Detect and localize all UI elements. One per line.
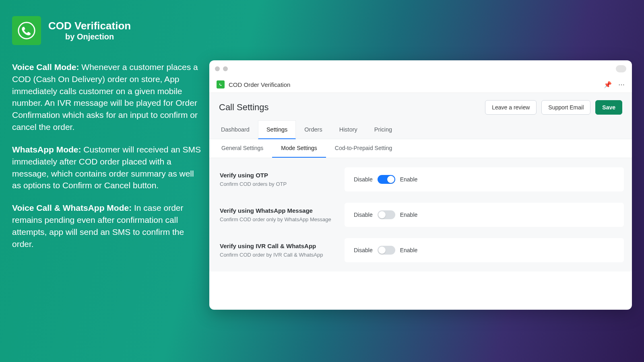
toggle-off-label: Disable (354, 212, 373, 218)
phone-app-icon (12, 16, 41, 45)
marketing-column: COD Verification by Onjection Voice Call… (12, 16, 209, 346)
save-button[interactable]: Save (595, 100, 622, 115)
pin-icon[interactable]: 📌 (604, 81, 612, 88)
setting-title: Verify using OTP (220, 172, 341, 179)
para2-bold: WhatsApp Mode: (12, 145, 81, 154)
app-bar: COD Order Verification 📌 ⋯ (209, 77, 632, 93)
subtab-general-settings[interactable]: General Settings (213, 139, 272, 158)
tab-dashboard[interactable]: Dashboard (213, 120, 258, 139)
appbar-title: COD Order Verification (229, 81, 290, 88)
leave-review-button[interactable]: Leave a review (485, 100, 537, 115)
para1-text: Whenever a customer places a COD (Cash O… (12, 62, 198, 132)
setting-row: Verify using WhatsApp MessageConfirm COD… (217, 201, 624, 229)
setting-left: Verify using IVR Call & WhatsAppConfirm … (220, 236, 345, 264)
window-dot (215, 66, 220, 71)
brand-block: COD Verification by Onjection (12, 16, 201, 45)
phone-small-icon (217, 80, 225, 88)
tab-pricing[interactable]: Pricing (366, 120, 400, 139)
app-window: COD Order Verification 📌 ⋯ Call Settings… (209, 60, 632, 310)
toggle-off-label: Disable (354, 176, 373, 183)
subtab-cod-to-prepaid-setting[interactable]: Cod-to-Prepaid Setting (326, 139, 401, 158)
window-dot (223, 66, 228, 71)
more-icon[interactable]: ⋯ (618, 81, 625, 88)
brand-subtitle: by Onjection (48, 32, 131, 41)
setting-row: Verify using IVR Call & WhatsAppConfirm … (217, 236, 624, 264)
tabs: DashboardSettingsOrdersHistoryPricing (209, 120, 632, 139)
marketing-para-3: Voice Call & WhatsApp Mode: In case orde… (12, 202, 201, 250)
setting-subtitle: Confirm COD order by IVR Call & WhatsApp (220, 252, 341, 258)
setting-row: Verify using OTPConfirm COD orders by OT… (217, 165, 624, 193)
support-email-button[interactable]: Support Email (541, 100, 590, 115)
avatar[interactable] (616, 65, 626, 72)
setting-title: Verify using IVR Call & WhatsApp (220, 243, 341, 249)
settings-list: Verify using OTPConfirm COD orders by OT… (209, 158, 632, 272)
brand-text: COD Verification by Onjection (48, 20, 131, 41)
tab-history[interactable]: History (331, 120, 366, 139)
setting-title: Verify using WhatsApp Message (220, 207, 341, 214)
page-header: Call Settings Leave a review Support Ema… (209, 93, 632, 120)
setting-right: DisableEnable (345, 167, 624, 191)
toggle[interactable] (378, 246, 395, 255)
tab-settings[interactable]: Settings (258, 120, 296, 139)
page-title: Call Settings (219, 102, 269, 113)
marketing-para-1: Voice Call Mode: Whenever a customer pla… (12, 61, 201, 133)
setting-right: DisableEnable (345, 238, 624, 262)
tab-orders[interactable]: Orders (296, 120, 330, 139)
toggle-on-label: Enable (400, 212, 418, 218)
setting-left: Verify using WhatsApp MessageConfirm COD… (220, 201, 345, 229)
toggle[interactable] (378, 175, 395, 184)
para1-bold: Voice Call Mode: (12, 62, 79, 72)
toggle-on-label: Enable (400, 247, 418, 253)
toggle-on-label: Enable (400, 176, 418, 183)
setting-subtitle: Confirm COD orders by OTP (220, 181, 341, 187)
svg-point-0 (19, 23, 35, 39)
subtabs: General SettingsMode SettingsCod-to-Prep… (209, 139, 632, 158)
subtab-mode-settings[interactable]: Mode Settings (272, 139, 326, 158)
toggle-off-label: Disable (354, 247, 373, 253)
marketing-para-2: WhatsApp Mode: Customer will received an… (12, 144, 201, 191)
setting-left: Verify using OTPConfirm COD orders by OT… (220, 165, 345, 193)
para3-bold: Voice Call & WhatsApp Mode: (12, 203, 132, 212)
setting-right: DisableEnable (345, 203, 624, 227)
brand-title: COD Verification (48, 20, 131, 32)
setting-subtitle: Confirm COD order only by WhatsApp Messa… (220, 216, 341, 222)
window-titlebar (209, 60, 632, 77)
toggle[interactable] (378, 210, 395, 219)
